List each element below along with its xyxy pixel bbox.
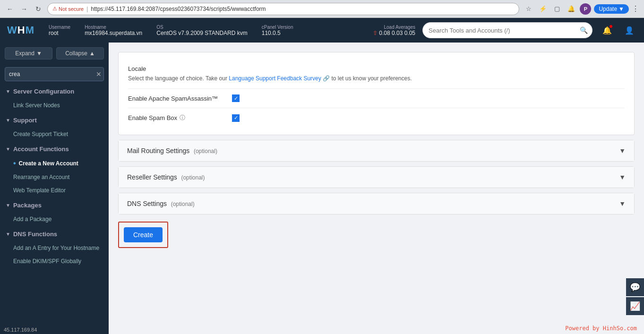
update-button[interactable]: Update ▼ [594, 4, 629, 14]
expand-button[interactable]: Expand ▼ [5, 47, 52, 60]
apache-spamassassin-text: Enable Apache SpamAssassin™ [128, 95, 218, 102]
collapse-icon: ▲ [89, 50, 95, 57]
app-layout: WHM Username root Hostname mx16984.super… [0, 18, 644, 334]
sidebar-item-link-server-nodes[interactable]: Link Server Nodes [0, 99, 109, 112]
lightning-button[interactable]: ⚡ [537, 3, 549, 15]
warning-icon: ⚠ [52, 6, 57, 12]
star-button[interactable]: ☆ [523, 3, 534, 15]
packages-arrow: ▼ [6, 203, 10, 208]
float-icon-chart[interactable]: 📈 [626, 297, 644, 315]
expand-icon: ▼ [36, 50, 42, 57]
create-area: Create [118, 222, 635, 248]
account-functions-header[interactable]: ▼ Account Functions [0, 142, 109, 156]
reseller-title-area: Reseller Settings (optional) [127, 173, 205, 181]
sidebar-search-container: ✕ [0, 64, 109, 84]
powered-by-text: Powered by HinhSo.com [565, 325, 637, 332]
spam-box-info-icon[interactable]: ⓘ [180, 114, 185, 122]
mail-routing-header[interactable]: Mail Routing Settings (optional) ▼ [119, 140, 634, 161]
sidebar-item-enable-dkim[interactable]: Enable DKIM/SPF Globally [0, 255, 109, 268]
top-form-section: Locale Select the language of choice. Ta… [118, 52, 635, 135]
apache-spamassassin-control: ✓ [232, 94, 625, 102]
spam-box-row: Enable Spam Box ⓘ ✓ [128, 108, 625, 128]
top-form-section-inner: Locale Select the language of choice. Ta… [119, 52, 634, 135]
extensions-button[interactable]: ▢ [551, 3, 563, 15]
header-search-input[interactable] [422, 22, 592, 38]
dns-settings-section: DNS Settings (optional) ▼ [118, 193, 635, 214]
browser-actions: ☆ ⚡ ▢ 🔔 P Update ▼ ⋮ [523, 3, 639, 15]
refresh-button[interactable]: ↻ [33, 4, 43, 14]
spam-box-checkbox[interactable]: ✓ [232, 114, 240, 122]
header-search-container: 🔍 [422, 22, 592, 38]
update-label: Update [599, 6, 617, 12]
not-secure-indicator: ⚠ Not secure [52, 6, 84, 12]
dns-functions-header[interactable]: ▼ DNS Functions [0, 227, 109, 241]
check-icon-2: ✓ [234, 115, 238, 121]
menu-button[interactable]: ⋮ [632, 4, 639, 13]
support-arrow: ▼ [6, 118, 10, 123]
apache-spamassassin-label: Enable Apache SpamAssassin™ [128, 95, 232, 102]
create-button-label: Create [133, 231, 153, 239]
support-header[interactable]: ▼ Support [0, 113, 109, 128]
notifications-button[interactable]: 🔔 [566, 3, 577, 15]
sidebar-item-add-package[interactable]: Add a Package [0, 213, 109, 226]
dns-settings-chevron: ▼ [619, 200, 626, 207]
cpanel-version-label: cPanel Version [262, 25, 293, 30]
packages-label: Packages [13, 202, 42, 209]
locale-desc-part2: to let us know your preferences. [331, 75, 412, 82]
dns-functions-arrow: ▼ [6, 231, 10, 237]
server-config-header[interactable]: ▼ Server Configuration [0, 84, 109, 99]
not-secure-label: Not secure [59, 6, 84, 12]
collapse-label: Collapse [65, 50, 87, 57]
locale-row: Locale Select the language of choice. Ta… [128, 60, 625, 89]
add-package-label: Add a Package [13, 216, 52, 223]
locale-survey-link[interactable]: Language Support Feedback Survey 🔗 [229, 75, 331, 82]
load-avg-label: Load Averages [373, 25, 415, 30]
mail-routing-chevron: ▼ [619, 147, 626, 154]
content-area: Locale Select the language of choice. Ta… [109, 43, 644, 334]
apache-spamassassin-checkbox[interactable]: ✓ [232, 94, 240, 102]
reseller-settings-section: Reseller Settings (optional) ▼ [118, 166, 635, 188]
sidebar-item-create-account[interactable]: • Create a New Account [0, 156, 109, 171]
server-config-arrow: ▼ [6, 89, 10, 94]
sidebar-item-web-template-editor[interactable]: Web Template Editor [0, 184, 109, 197]
reseller-header[interactable]: Reseller Settings (optional) ▼ [119, 167, 634, 188]
sidebar-item-create-ticket[interactable]: Create Support Ticket [0, 128, 109, 141]
url-display: https://45.117.169.84:2087/cpsess0236073… [91, 6, 266, 12]
spam-box-control: ✓ [232, 114, 625, 122]
float-icon-chat[interactable]: 💬 [626, 278, 644, 296]
create-button[interactable]: Create [124, 227, 163, 242]
forward-button[interactable]: → [19, 4, 29, 14]
create-ticket-label: Create Support Ticket [13, 131, 68, 137]
os-label: OS [156, 25, 248, 30]
profile-avatar[interactable]: P [580, 3, 591, 15]
clear-search-button[interactable]: ✕ [96, 70, 102, 78]
dns-functions-label: DNS Functions [13, 231, 57, 238]
dns-settings-header[interactable]: DNS Settings (optional) ▼ [119, 193, 634, 214]
expand-label: Expand [15, 50, 34, 57]
sidebar-search-input[interactable] [5, 67, 104, 81]
sidebar: Expand ▼ Collapse ▲ ✕ ▼ Server Configura… [0, 43, 109, 334]
username-value: root [49, 30, 70, 36]
server-config-label: Server Configuration [13, 88, 74, 95]
sidebar-item-rearrange-account[interactable]: Rearrange an Account [0, 171, 109, 184]
address-bar: ⚠ Not secure | https://45.117.169.84:208… [47, 3, 519, 15]
back-button[interactable]: ← [5, 4, 15, 14]
whm-logo: WHM [7, 24, 34, 36]
locale-description: Select the language of choice. Take our … [128, 74, 625, 83]
user-button[interactable]: 👤 [622, 23, 637, 38]
ip-bar: 45.117.169.84 [0, 325, 41, 334]
sidebar-section-account-functions: ▼ Account Functions • Create a New Accou… [0, 142, 109, 197]
hostname-label: Hostname [85, 25, 142, 30]
cpanel-version-value: 110.0.5 [262, 30, 293, 36]
packages-header[interactable]: ▼ Packages [0, 198, 109, 213]
mail-routing-title-area: Mail Routing Settings (optional) [127, 147, 217, 154]
web-template-editor-label: Web Template Editor [13, 187, 66, 194]
rearrange-account-label: Rearrange an Account [13, 174, 69, 180]
os-value: CentOS v7.9.2009 STANDARD kvm [156, 30, 248, 36]
sidebar-item-add-a-entry[interactable]: Add an A Entry for Your Hostname [0, 241, 109, 255]
sidebar-section-server-config: ▼ Server Configuration Link Server Nodes [0, 84, 109, 112]
notification-button[interactable]: 🔔 [600, 23, 615, 38]
collapse-button[interactable]: Collapse ▲ [56, 47, 104, 60]
chevron-down-icon: ▼ [618, 6, 624, 12]
whm-header: WHM Username root Hostname mx16984.super… [0, 18, 644, 43]
